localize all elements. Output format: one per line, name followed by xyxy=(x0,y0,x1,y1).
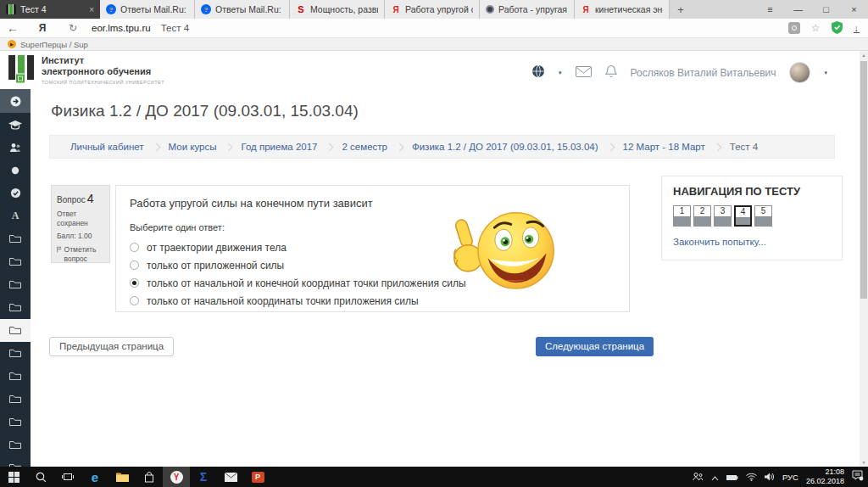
start-button[interactable] xyxy=(0,467,27,487)
previous-page-button[interactable]: Предыдущая страница xyxy=(49,337,174,356)
quiz-nav-number: 5 xyxy=(755,206,771,216)
taskbar-clock[interactable]: 21:08 26.02.2018 xyxy=(806,467,844,486)
window-controls: ≡ — □ × xyxy=(756,0,868,19)
clock-time: 21:08 xyxy=(806,467,844,477)
sidebar-item-folder[interactable] xyxy=(0,296,31,319)
arrow-circle-icon xyxy=(9,95,22,108)
answer-radio[interactable] xyxy=(130,243,139,252)
edge-browser-button[interactable]: e xyxy=(81,467,108,487)
scroll-up-icon[interactable]: ▲ xyxy=(860,51,868,59)
quiz-nav-button-1[interactable]: 1 xyxy=(673,205,691,227)
answer-label[interactable]: только от начальной координаты точки при… xyxy=(147,295,419,307)
breadcrumb-link[interactable]: Год приема 2017 xyxy=(234,142,324,152)
hidden-icons-chevron-icon[interactable] xyxy=(711,469,719,484)
grades-a-icon: A xyxy=(12,210,19,222)
bookmark-star-icon[interactable]: ☆ xyxy=(811,22,821,34)
file-explorer-button[interactable] xyxy=(108,467,136,487)
user-name[interactable]: Росляков Виталий Витальевич xyxy=(631,67,776,79)
new-tab-button[interactable]: + xyxy=(670,0,692,19)
language-indicator[interactable]: РУС xyxy=(782,473,798,482)
avatar[interactable] xyxy=(789,62,810,83)
vertical-scrollbar[interactable]: ▲ ▼ xyxy=(860,51,868,467)
sidebar-item-folder[interactable] xyxy=(0,365,31,388)
sidebar-item-course[interactable] xyxy=(0,113,31,136)
sidebar-item-participants[interactable] xyxy=(0,136,31,159)
tab-title: Ответы Mail.Ru: Физика. С xyxy=(120,4,188,14)
tab-kineticheskaya[interactable]: Я кинетическая энергия это xyxy=(575,0,670,19)
answer-radio[interactable] xyxy=(130,278,139,288)
breadcrumb-link[interactable]: Личный кабинет xyxy=(64,142,151,152)
scrollbar-thumb[interactable] xyxy=(860,61,867,299)
battery-icon[interactable] xyxy=(726,469,738,484)
taskbar-search-button[interactable] xyxy=(27,467,54,487)
breadcrumb-link[interactable]: 2 семестр xyxy=(335,142,393,152)
messages-envelope-icon[interactable] xyxy=(576,65,592,81)
tpu-logo[interactable]: Институт электронного обучения ТОМСКИЙ П… xyxy=(8,55,164,86)
finish-attempt-link[interactable]: Закончить попытку... xyxy=(673,237,831,247)
sigma-app-button[interactable]: Σ xyxy=(190,467,217,487)
breadcrumb-link[interactable]: 12 Март - 18 Март xyxy=(616,142,712,152)
people-icon[interactable] xyxy=(693,469,704,484)
maximize-icon[interactable]: □ xyxy=(812,0,840,19)
protect-shield-icon[interactable] xyxy=(832,21,843,36)
answer-option[interactable]: только от начальной координаты точки при… xyxy=(130,292,615,310)
quiz-nav-button-5[interactable]: 5 xyxy=(754,205,772,227)
answer-label[interactable]: только от начальной и конечной координат… xyxy=(147,277,466,289)
sidebar-item-folder[interactable] xyxy=(0,273,31,296)
notifications-bell-icon[interactable] xyxy=(605,64,617,81)
quiz-nav-button-2[interactable]: 2 xyxy=(693,205,711,227)
sidebar-item-dashboard[interactable] xyxy=(0,89,31,113)
sidebar-item-grades[interactable]: A xyxy=(0,204,31,227)
mail-app-button[interactable] xyxy=(217,467,244,487)
task-view-button[interactable] xyxy=(54,467,81,487)
tab-mailru-telo[interactable]: ? Ответы Mail.Ru: Тело нах xyxy=(195,0,290,19)
yandex-browser-button[interactable]: Y xyxy=(163,467,190,487)
extension-icon[interactable] xyxy=(788,22,800,34)
volume-icon[interactable] xyxy=(765,469,775,484)
tab-moshchnost[interactable]: S Мощность, развиваемая xyxy=(290,0,385,19)
powerpoint-button[interactable]: P xyxy=(244,467,271,487)
sidebar-item-folder[interactable] xyxy=(0,434,31,456)
refresh-icon[interactable]: ↻ xyxy=(59,22,86,34)
clock-date: 26.02.2018 xyxy=(806,477,844,486)
tab-rabota-uprugoy[interactable]: Я Работа упругой силы на xyxy=(385,0,480,19)
sidebar-item-folder-current[interactable] xyxy=(0,319,31,342)
sidebar-item-folder[interactable] xyxy=(0,342,31,365)
minimize-icon[interactable]: — xyxy=(784,0,812,19)
tab-mailru-fizika[interactable]: ? Ответы Mail.Ru: Физика. С xyxy=(100,0,195,19)
answer-radio[interactable] xyxy=(130,296,139,305)
breadcrumb-link[interactable]: Физика 1.2 / ДО 2017 (09.03.01, 15.03.04… xyxy=(405,142,605,152)
browser-menu-icon[interactable]: ≡ xyxy=(756,0,784,19)
tab-rabota-sila[interactable]: Работа - упругая сила - Б xyxy=(480,0,575,19)
scroll-down-icon[interactable]: ▼ xyxy=(860,458,868,467)
action-center-icon[interactable] xyxy=(852,469,864,484)
answer-label[interactable]: от траектории движения тела xyxy=(147,242,287,254)
sidebar-item-badges[interactable] xyxy=(0,182,31,204)
user-menu-caret-icon[interactable]: ▾ xyxy=(824,70,827,76)
bookmark-item[interactable]: SuperПерцы / Sup xyxy=(20,40,88,49)
sidebar-item-folder[interactable] xyxy=(0,456,31,467)
sidebar-item-folder[interactable] xyxy=(0,388,31,411)
tab-close-icon[interactable]: × xyxy=(89,5,94,14)
answer-radio[interactable] xyxy=(130,260,139,270)
flag-question-link[interactable]: Отметить вопрос xyxy=(57,245,104,264)
store-button[interactable] xyxy=(136,467,163,487)
breadcrumb-link[interactable]: Мои курсы xyxy=(162,142,224,152)
quiz-nav-button-4[interactable]: 4 xyxy=(734,205,752,227)
quiz-nav-button-3[interactable]: 3 xyxy=(714,205,732,227)
url-text[interactable]: eor.lms.tpu.ru xyxy=(92,23,151,33)
tab-test-4[interactable]: Тест 4 × xyxy=(0,0,100,19)
url-page-title[interactable]: Тест 4 xyxy=(161,23,189,33)
wifi-icon[interactable] xyxy=(746,469,757,484)
next-page-button[interactable]: Следующая страница xyxy=(536,337,654,356)
answer-label[interactable]: только от приложенной силы xyxy=(147,260,284,271)
sidebar-item-status[interactable] xyxy=(0,159,31,182)
download-icon[interactable]: ↓ xyxy=(854,24,860,33)
sidebar-item-folder[interactable] xyxy=(0,250,31,273)
back-icon[interactable]: ← xyxy=(0,21,25,35)
yandex-logo-icon[interactable]: Я xyxy=(25,22,59,34)
close-icon[interactable]: × xyxy=(840,0,868,19)
sidebar-item-folder[interactable] xyxy=(0,411,31,434)
sidebar-item-folder[interactable] xyxy=(0,227,31,250)
language-globe-icon[interactable] xyxy=(531,64,545,81)
